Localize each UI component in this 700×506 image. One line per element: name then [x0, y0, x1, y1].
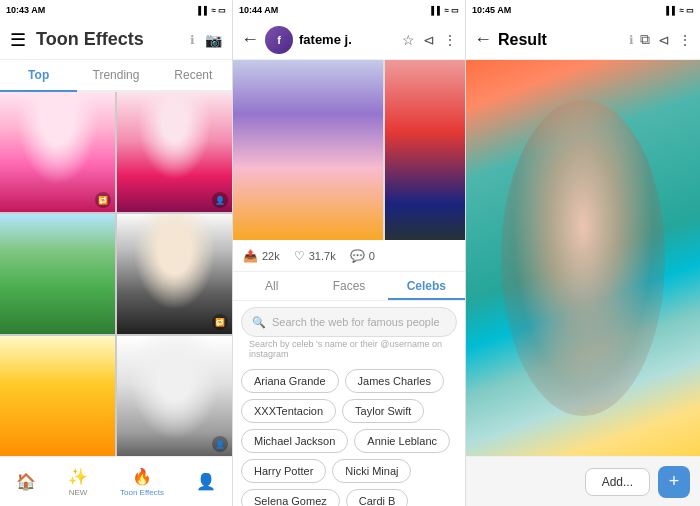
- celeb-row-2: XXXTentacion Taylor Swift: [241, 399, 457, 423]
- app-title: Toon Effects: [36, 29, 180, 50]
- photo-side: [385, 60, 465, 240]
- panel-result: 10:45 AM ▌▌ ≈ ▭ ← Result ℹ ⧉ ⊲ ⋮ Add... …: [466, 0, 700, 506]
- photos-container[interactable]: [233, 60, 465, 240]
- grid-cell-5[interactable]: [0, 336, 115, 456]
- user-avatar: f: [265, 26, 293, 54]
- comment-count: 0: [369, 250, 375, 262]
- nav-toon-effects[interactable]: 🔥 Toon Effects: [120, 467, 164, 497]
- result-header-icons: ⧉ ⊲ ⋮: [640, 31, 692, 48]
- user-name: fateme j.: [299, 32, 396, 47]
- time-3: 10:45 AM: [472, 5, 511, 15]
- heart-icon: ♡: [294, 249, 305, 263]
- tab-top[interactable]: Top: [0, 60, 77, 90]
- panel2-header: ← f fateme j. ☆ ⊲ ⋮: [233, 20, 465, 60]
- nav-new[interactable]: ✨ NEW: [68, 467, 88, 497]
- grid-cell-4[interactable]: 🔁: [117, 214, 232, 334]
- comment-icon: 💬: [350, 249, 365, 263]
- panel3-header: ← Result ℹ ⧉ ⊲ ⋮: [466, 20, 700, 60]
- celeb-nicki-minaj[interactable]: Nicki Minaj: [332, 459, 411, 483]
- app-header: ☰ Toon Effects ℹ 📷: [0, 20, 232, 60]
- grid-cell-3[interactable]: [0, 214, 115, 334]
- result-more-icon[interactable]: ⋮: [678, 32, 692, 48]
- stats-row: 📤 22k ♡ 31.7k 💬 0: [233, 240, 465, 272]
- back-button-3[interactable]: ←: [474, 29, 492, 50]
- camera-icon[interactable]: 📷: [205, 32, 222, 48]
- header-action-icons: ☆ ⊲ ⋮: [402, 32, 457, 48]
- share-stat: 📤 22k: [243, 249, 280, 263]
- grid-icon-4: 🔁: [212, 314, 228, 330]
- more-icon[interactable]: ⋮: [443, 32, 457, 48]
- celeb-james-charles[interactable]: James Charles: [345, 369, 444, 393]
- celeb-michael-jackson[interactable]: Michael Jackson: [241, 429, 348, 453]
- add-button[interactable]: Add...: [585, 468, 650, 496]
- toon-icon: 🔥: [132, 467, 152, 486]
- star-icon[interactable]: ☆: [402, 32, 415, 48]
- share-icon[interactable]: ⊲: [423, 32, 435, 48]
- wifi-icon: ≈: [212, 6, 216, 15]
- back-button-2[interactable]: ←: [241, 29, 259, 50]
- signal-icon-3: ▌▌: [666, 6, 677, 15]
- result-share-icon[interactable]: ⊲: [658, 32, 670, 48]
- celeb-cardi-b[interactable]: Cardi B: [346, 489, 409, 506]
- grid-icon-1: 🔁: [95, 192, 111, 208]
- bottom-navigation: 🏠 ✨ NEW 🔥 Toon Effects 👤: [0, 456, 232, 506]
- nav-home[interactable]: 🏠: [16, 472, 36, 491]
- share-stat-icon: 📤: [243, 249, 258, 263]
- celeb-taylor-swift[interactable]: Taylor Swift: [342, 399, 424, 423]
- celeb-xxxtentacion[interactable]: XXXTentacion: [241, 399, 336, 423]
- grid-icon-6: 👤: [212, 436, 228, 452]
- tab-trending[interactable]: Trending: [77, 60, 154, 90]
- battery-icon-2: ▭: [451, 6, 459, 15]
- result-image: [466, 60, 700, 456]
- plus-button[interactable]: +: [658, 466, 690, 498]
- status-bar-2: 10:44 AM ▌▌ ≈ ▭: [233, 0, 465, 20]
- filter-tab-all[interactable]: All: [233, 272, 310, 300]
- menu-icon[interactable]: ☰: [10, 29, 26, 51]
- grid-cell-2[interactable]: 👤: [117, 92, 232, 212]
- celeb-selena-gomez[interactable]: Selena Gomez: [241, 489, 340, 506]
- photo-main: [233, 60, 383, 240]
- filter-tab-celebs[interactable]: Celebs: [388, 272, 465, 300]
- result-title: Result: [498, 31, 623, 49]
- search-box[interactable]: 🔍 Search the web for famous people: [241, 307, 457, 337]
- status-bar-3: 10:45 AM ▌▌ ≈ ▭: [466, 0, 700, 20]
- celeb-grid: Ariana Grande James Charles XXXTentacion…: [233, 365, 465, 506]
- signal-icon-2: ▌▌: [431, 6, 442, 15]
- nav-toon-label: Toon Effects: [120, 488, 164, 497]
- wifi-icon-2: ≈: [445, 6, 449, 15]
- category-tabs: Top Trending Recent: [0, 60, 232, 92]
- celeb-ariana-grande[interactable]: Ariana Grande: [241, 369, 339, 393]
- copy-icon[interactable]: ⧉: [640, 31, 650, 48]
- celeb-row-5: Selena Gomez Cardi B: [241, 489, 457, 506]
- like-count: 31.7k: [309, 250, 336, 262]
- result-info-icon[interactable]: ℹ: [629, 33, 634, 47]
- filter-tab-faces[interactable]: Faces: [310, 272, 387, 300]
- result-bottom-bar: Add... +: [466, 456, 700, 506]
- search-placeholder: Search the web for famous people: [272, 316, 440, 328]
- panel-toon-effects: 10:43 AM ▌▌ ≈ ▭ ☰ Toon Effects ℹ 📷 Top T…: [0, 0, 233, 506]
- nav-profile[interactable]: 👤: [196, 472, 216, 491]
- home-icon: 🏠: [16, 472, 36, 491]
- battery-icon: ▭: [218, 6, 226, 15]
- celeb-row-1: Ariana Grande James Charles: [241, 369, 457, 393]
- signal-icon: ▌▌: [198, 6, 209, 15]
- info-icon[interactable]: ℹ: [190, 33, 195, 47]
- time-1: 10:43 AM: [6, 5, 45, 15]
- celeb-annie-leblanc[interactable]: Annie Leblanc: [354, 429, 450, 453]
- new-icon: ✨: [68, 467, 88, 486]
- search-section: 🔍 Search the web for famous people Searc…: [233, 301, 465, 365]
- share-count: 22k: [262, 250, 280, 262]
- filter-tabs: All Faces Celebs: [233, 272, 465, 301]
- time-2: 10:44 AM: [239, 5, 278, 15]
- tab-recent[interactable]: Recent: [155, 60, 232, 90]
- grid-cell-6[interactable]: 👤: [117, 336, 232, 456]
- grid-icon-2: 👤: [212, 192, 228, 208]
- search-icon: 🔍: [252, 316, 266, 329]
- status-icons-3: ▌▌ ≈ ▭: [666, 6, 694, 15]
- grid-cell-1[interactable]: 🔁: [0, 92, 115, 212]
- celeb-row-3: Michael Jackson Annie Leblanc: [241, 429, 457, 453]
- status-icons-2: ▌▌ ≈ ▭: [431, 6, 459, 15]
- status-bar-1: 10:43 AM ▌▌ ≈ ▭: [0, 0, 232, 20]
- celeb-harry-potter[interactable]: Harry Potter: [241, 459, 326, 483]
- wifi-icon-3: ≈: [680, 6, 684, 15]
